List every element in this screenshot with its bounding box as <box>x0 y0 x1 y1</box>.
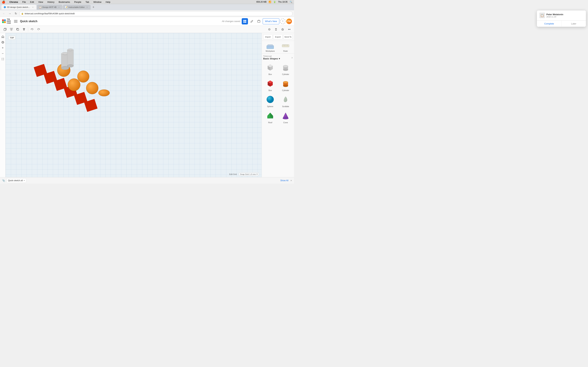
right-panel-actions: Import Export Send To <box>262 33 294 41</box>
library-selector[interactable]: Basic Shapes ▾ <box>263 57 292 60</box>
download-close-button[interactable]: × <box>291 179 292 182</box>
shape-cylinder-gray[interactable]: Cylinder <box>279 61 293 76</box>
ruler-icon <box>281 42 290 49</box>
zoom-out-button[interactable]: − <box>0 51 5 56</box>
orange-cylinder-3[interactable] <box>77 71 89 83</box>
svg-point-21 <box>67 65 73 67</box>
snap-grid-control[interactable]: Snap Grid 1.0 mm ▾ <box>239 173 259 176</box>
orange-cylinder-4[interactable] <box>86 82 98 94</box>
tab-close-1[interactable]: × <box>32 6 34 8</box>
tab-favicon-3: 📝 <box>65 6 67 8</box>
redo-button[interactable] <box>35 26 42 32</box>
tabbar: 🔷 3D design Quick sketch | Tink... × 📋 D… <box>0 4 294 10</box>
download-item[interactable]: Quick sketch.stl ▾ <box>7 178 26 183</box>
whats-new-label: What's New <box>265 20 277 23</box>
apple-menu[interactable]: 🍎 <box>2 0 5 4</box>
svg-rect-3 <box>245 22 246 23</box>
tab-design[interactable]: 📋 Design MYP 4B × <box>37 5 62 10</box>
user-avatar[interactable]: PM <box>286 18 292 24</box>
svg-point-63 <box>283 117 288 119</box>
search-icon[interactable]: 🔍 <box>290 1 292 3</box>
grid-view-button[interactable] <box>242 18 248 25</box>
project-title[interactable]: Quick sketch <box>20 20 220 23</box>
shape-sphere[interactable]: Sphere <box>263 93 277 108</box>
svg-point-42 <box>283 65 288 67</box>
url-text: tinkercad.com/things/9aaFBKvK08K-quick-s… <box>25 12 75 15</box>
tab-tinkercad[interactable]: 🔷 3D design Quick sketch | Tink... × <box>1 5 36 10</box>
address-field[interactable]: 🔒 tinkercad.com/things/9aaFBKvK08K-quick… <box>19 11 293 16</box>
orbit-button[interactable] <box>0 40 5 45</box>
reload-button[interactable]: ↻ <box>13 11 18 16</box>
tab-instructable[interactable]: 📝 Instructable Editor × <box>63 5 91 10</box>
menubar-chrome[interactable]: Chrome <box>9 1 19 3</box>
align-button[interactable] <box>267 27 272 32</box>
projects-button[interactable] <box>256 18 262 25</box>
workplane-icon <box>266 42 275 49</box>
tab-close-2[interactable]: × <box>58 6 60 8</box>
svg-rect-1 <box>245 20 246 21</box>
back-button[interactable]: ← <box>1 11 6 16</box>
gray-tube-2[interactable] <box>66 47 75 70</box>
shape-cylinder-orange-label: Cylinder <box>282 89 289 92</box>
zoom-in-button[interactable]: + <box>0 46 5 50</box>
shape-box-gray[interactable]: Box <box>263 61 277 76</box>
menubar-tab[interactable]: Tab <box>85 1 90 3</box>
menubar-people[interactable]: People <box>73 1 82 3</box>
workplane-tool[interactable]: Workplane <box>263 42 277 52</box>
export-button[interactable]: Export <box>273 34 282 39</box>
mirror-button[interactable] <box>273 27 279 32</box>
svg-rect-23 <box>267 46 274 49</box>
edit-mode-button[interactable] <box>249 18 255 25</box>
shape-scribble[interactable]: Scribble <box>279 93 293 108</box>
ruler-tool[interactable]: Ruler <box>279 42 293 52</box>
show-all-button[interactable]: Show All <box>280 179 288 182</box>
toolbar-separator-1 <box>28 27 28 32</box>
scribble-icon <box>280 94 291 105</box>
app-container: TINKERCAD Quick sketch All changes saved <box>0 17 294 177</box>
forward-button[interactable]: → <box>7 11 12 16</box>
shape-box-red[interactable]: Box <box>263 77 277 92</box>
add-user-button[interactable]: + <box>280 18 285 24</box>
download-pin-icon: 📎 <box>2 179 5 182</box>
library-chevron-icon: ▾ <box>279 57 280 60</box>
copy-from-button[interactable] <box>2 26 8 32</box>
send-to-button[interactable]: Send To <box>283 34 293 39</box>
svg-rect-0 <box>243 20 245 21</box>
orange-cylinder-2[interactable] <box>68 78 80 91</box>
whats-new-button[interactable]: What's New <box>263 18 279 24</box>
shape-cone[interactable]: Cone <box>279 109 293 124</box>
measure-button[interactable] <box>287 27 292 32</box>
menubar-file[interactable]: File <box>22 1 26 3</box>
delete-button[interactable] <box>21 26 27 32</box>
shape-cylinder-orange[interactable]: Cylinder <box>279 77 293 92</box>
library-nav-icon[interactable]: › <box>292 56 293 59</box>
canvas-area[interactable]: TOP <box>6 33 262 177</box>
app-header: TINKERCAD Quick sketch All changes saved <box>0 17 294 26</box>
hamburger-button[interactable] <box>13 18 18 24</box>
library-header: Tinkercad Basic Shapes ▾ › <box>263 55 293 60</box>
undo-button[interactable] <box>29 26 35 32</box>
menubar-history[interactable]: History <box>47 1 55 3</box>
menubar-edit[interactable]: Edit <box>29 1 35 3</box>
menubar-window[interactable]: Window <box>93 1 102 3</box>
edit-grid-label[interactable]: Edit Grid <box>229 173 237 175</box>
home-view-button[interactable] <box>0 34 5 39</box>
orange-cylinder-5[interactable] <box>98 90 110 96</box>
tab-close-3[interactable]: × <box>86 6 88 8</box>
menubar-bookmarks[interactable]: Bookmarks <box>58 1 71 3</box>
group-button[interactable] <box>9 26 14 32</box>
download-chevron-icon: ▾ <box>24 179 25 181</box>
import-button[interactable]: Import <box>263 34 272 39</box>
fit-view-button[interactable] <box>0 57 5 61</box>
menubar-help[interactable]: Help <box>105 1 111 3</box>
new-tab-button[interactable]: + <box>91 5 96 10</box>
svg-point-53 <box>283 85 288 87</box>
left-panel: + − <box>0 33 6 177</box>
snap-grid-label: Snap Grid <box>240 173 249 175</box>
tab-title-2: Design MYP 4B <box>42 6 57 8</box>
menubar-view[interactable]: View <box>37 1 44 3</box>
shape-roof[interactable]: Roof <box>263 109 277 124</box>
shape-generator-button[interactable] <box>280 27 285 32</box>
duplicate-button[interactable] <box>15 26 21 32</box>
header-icons: What's New + PM <box>242 18 292 25</box>
